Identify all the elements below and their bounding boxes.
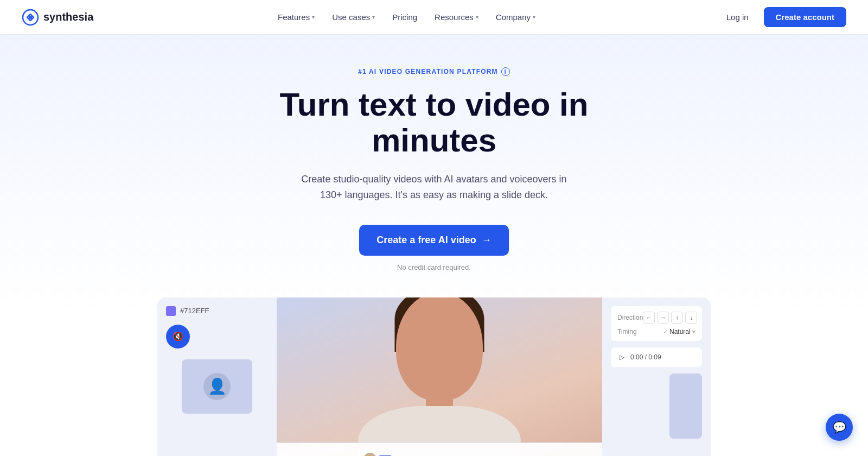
nav-item-company[interactable]: Company ▾ — [488, 8, 543, 26]
direction-row: Direction ← → ↑ ↓ — [617, 312, 695, 324]
playback-time: 0:00 / 0:09 — [630, 353, 661, 361]
color-square — [166, 306, 176, 316]
nav-item-pricing[interactable]: Pricing — [385, 8, 425, 26]
play-icon[interactable]: ▷ — [617, 353, 626, 362]
avatar-large — [277, 297, 602, 456]
hero-section: #1 AI VIDEO GENERATION PLATFORM i Turn t… — [0, 35, 868, 456]
navbar-actions: Log in Create account — [720, 7, 846, 27]
nav-item-resources[interactable]: Resources ▾ — [427, 8, 486, 26]
company-chevron-icon: ▾ — [533, 14, 535, 20]
demo-ui: #712EFF 🔇 👤 — [157, 297, 711, 456]
nav-item-use-cases[interactable]: Use cases ▾ — [324, 8, 382, 26]
resources-chevron-icon: ▾ — [476, 14, 478, 20]
dir-right-button[interactable]: → — [657, 312, 669, 324]
caption-avatar-face-icon — [363, 453, 376, 456]
timing-row: Timing ✓ Natural ▾ — [617, 328, 695, 335]
login-button[interactable]: Log in — [720, 8, 755, 26]
dir-down-button[interactable]: ↓ — [685, 312, 697, 324]
svg-point-0 — [29, 16, 32, 19]
color-hex-value: #712EFF — [180, 307, 209, 315]
caption-bar: EN › Hey, I'm over 160 AI avatars a ynth… — [277, 442, 602, 456]
nav-item-features[interactable]: Features ▾ — [270, 8, 322, 26]
avatar-face — [396, 297, 483, 401]
timing-value: ✓ Natural ▾ — [663, 328, 695, 335]
avatar-thumb-head-icon: 👤 — [208, 377, 227, 395]
timing-label: Timing — [617, 328, 637, 335]
playback-bar: ▷ 0:00 / 0:09 — [611, 347, 702, 367]
hero-cta-button[interactable]: Create a free AI video → — [359, 225, 508, 256]
hero-badge: #1 AI VIDEO GENERATION PLATFORM i — [358, 67, 510, 76]
demo-main-video: EN › Hey, I'm over 160 AI avatars a ynth… — [277, 297, 602, 456]
navbar: synthesia Features ▾ Use cases ▾ Pricing… — [0, 0, 868, 35]
demo-container: #712EFF 🔇 👤 — [157, 297, 711, 456]
no-credit-card-text: No credit card required. — [397, 263, 471, 271]
create-account-button[interactable]: Create account — [764, 7, 846, 27]
chat-bubble-icon: 💬 — [833, 421, 846, 434]
right-avatar-placeholder — [669, 373, 702, 439]
mute-icon: 🔇 — [173, 331, 183, 341]
mute-button[interactable]: 🔇 — [166, 325, 190, 349]
direction-arrows: ← → ↑ ↓ — [643, 312, 697, 324]
logo-text: synthesia — [43, 11, 93, 23]
direction-controls: Direction ← → ↑ ↓ Timing ✓ Natural — [611, 306, 702, 341]
direction-label: Direction — [617, 314, 643, 321]
dir-left-button[interactable]: ← — [643, 312, 655, 324]
avatar-thumbnail: 👤 — [182, 359, 252, 414]
features-chevron-icon: ▾ — [312, 14, 315, 20]
nav-menu: Features ▾ Use cases ▾ Pricing Resources… — [270, 8, 543, 26]
hero-subtitle: Create studio-quality videos with AI ava… — [293, 172, 575, 203]
use-cases-chevron-icon: ▾ — [372, 14, 375, 20]
logo[interactable]: synthesia — [22, 9, 93, 26]
chat-widget-button[interactable]: 💬 — [826, 414, 853, 441]
avatar-thumb-inner: 👤 — [203, 373, 231, 400]
caption-avatar-indicator: EN › — [363, 453, 399, 456]
cta-arrow-icon: → — [482, 235, 492, 246]
demo-right-panel: Direction ← → ↑ ↓ Timing ✓ Natural — [602, 297, 711, 456]
dir-up-button[interactable]: ↑ — [671, 312, 683, 324]
demo-left-panel: #712EFF 🔇 👤 — [157, 297, 277, 456]
synthesia-logo-icon — [22, 9, 39, 26]
info-icon: i — [501, 67, 510, 76]
hero-title: Turn text to video in minutes — [244, 87, 624, 159]
avatar-silhouette — [347, 297, 532, 456]
color-chip: #712EFF — [166, 306, 268, 316]
